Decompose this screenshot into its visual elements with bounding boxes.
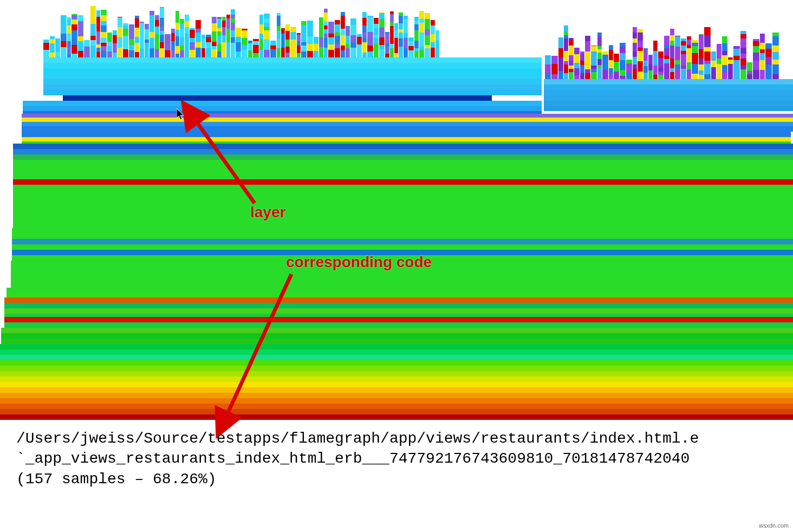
flame-leaf[interactable] [242, 30, 248, 38]
flame-leaf[interactable] [346, 26, 350, 27]
flame-leaf[interactable] [67, 20, 71, 25]
flame-leaf[interactable] [414, 51, 419, 57]
flame-leaf[interactable] [50, 39, 55, 43]
flame-leaf[interactable] [760, 49, 765, 53]
flame-leaf[interactable] [414, 17, 419, 21]
flame-leaf[interactable] [196, 21, 201, 29]
flame-leaf[interactable] [687, 36, 691, 40]
flame-leaf[interactable] [747, 62, 752, 67]
flame-leaf[interactable] [43, 40, 49, 43]
flame-leaf[interactable] [585, 41, 590, 51]
flame-leaf[interactable] [704, 51, 711, 61]
flame-leaf[interactable] [307, 44, 313, 51]
flame-layer[interactable] [43, 79, 542, 85]
flame-leaf[interactable] [664, 63, 670, 69]
flame-leaf[interactable] [101, 51, 107, 57]
flame-leaf[interactable] [155, 34, 159, 39]
flame-leaf[interactable] [431, 34, 435, 42]
flame-leaf[interactable] [597, 68, 602, 73]
flame-leaf[interactable] [362, 53, 367, 57]
flame-leaf[interactable] [135, 52, 139, 57]
flame-leaf[interactable] [176, 23, 179, 30]
flame-leaf[interactable] [564, 35, 568, 38]
flame-leaf[interactable] [638, 48, 643, 51]
flame-leaf[interactable] [248, 54, 252, 57]
flame-leaf[interactable] [740, 31, 746, 34]
flame-leaf[interactable] [190, 30, 195, 38]
flame-leaf[interactable] [435, 49, 439, 57]
flame-leaf[interactable] [341, 35, 345, 40]
flame-leaf[interactable] [551, 64, 558, 74]
flame-leaf[interactable] [259, 40, 263, 50]
flame-leaf[interactable] [145, 43, 149, 52]
flame-leaf[interactable] [341, 16, 345, 19]
flame-leaf[interactable] [259, 50, 263, 57]
flame-leaf[interactable] [307, 51, 313, 57]
flame-leaf[interactable] [374, 38, 379, 44]
flame-layer[interactable] [13, 154, 793, 160]
flame-leaf[interactable] [399, 29, 403, 33]
flame-leaf[interactable] [558, 64, 563, 71]
flame-leaf[interactable] [264, 50, 270, 57]
flame-leaf[interactable] [379, 45, 385, 49]
flame-leaf[interactable] [753, 61, 759, 70]
flame-leaf[interactable] [765, 57, 772, 64]
flame-leaf[interactable] [290, 28, 296, 32]
flame-leaf[interactable] [722, 51, 727, 55]
flame-leaf[interactable] [435, 30, 439, 41]
flame-leaf[interactable] [96, 31, 100, 35]
flame-leaf[interactable] [753, 39, 759, 41]
flame-leaf[interactable] [357, 49, 362, 57]
flame-leaf[interactable] [558, 57, 563, 64]
flame-leaf[interactable] [277, 48, 281, 57]
flame-layer[interactable] [13, 206, 793, 212]
flame-leaf[interactable] [740, 38, 746, 48]
flame-leaf[interactable] [675, 36, 680, 36]
flame-leaf[interactable] [644, 73, 648, 79]
flame-leaf[interactable] [614, 54, 619, 58]
flame-leaf[interactable] [658, 75, 664, 79]
flame-leaf[interactable] [101, 46, 107, 51]
flame-layer[interactable] [22, 122, 793, 126]
flame-leaf[interactable] [772, 36, 779, 46]
flame-leaf[interactable] [226, 48, 230, 53]
flame-leaf[interactable] [644, 50, 648, 61]
flame-leaf[interactable] [217, 36, 222, 44]
flame-leaf[interactable] [324, 48, 328, 51]
flame-leaf[interactable] [248, 50, 252, 54]
flame-leaf[interactable] [180, 23, 184, 29]
flame-leaf[interactable] [644, 66, 648, 73]
flame-leaf[interactable] [180, 29, 184, 37]
flame-leaf[interactable] [319, 17, 323, 23]
flame-leaf[interactable] [753, 70, 759, 79]
flame-leaf[interactable] [324, 29, 328, 34]
flame-leaf[interactable] [123, 40, 128, 49]
flame-layer[interactable] [13, 212, 793, 217]
flame-leaf[interactable] [591, 46, 597, 46]
flame-layer[interactable] [12, 233, 793, 239]
flame-leaf[interactable] [394, 23, 398, 24]
flame-leaf[interactable] [150, 48, 154, 57]
flame-leaf[interactable] [248, 43, 252, 50]
flame-leaf[interactable] [341, 29, 345, 35]
flame-leaf[interactable] [129, 50, 134, 57]
flame-leaf[interactable] [217, 44, 222, 51]
flame-leaf[interactable] [385, 47, 389, 54]
flame-leaf[interactable] [150, 32, 154, 38]
flame-leaf[interactable] [740, 48, 746, 54]
flame-leaf[interactable] [390, 26, 394, 34]
flame-leaf[interactable] [335, 32, 340, 36]
flame-leaf[interactable] [414, 30, 419, 41]
flame-leaf[interactable] [231, 15, 235, 18]
flame-leaf[interactable] [129, 39, 134, 45]
flame-leaf[interactable] [259, 15, 263, 24]
flame-leaf[interactable] [760, 63, 765, 70]
flame-leaf[interactable] [145, 24, 149, 29]
flame-leaf[interactable] [96, 35, 100, 44]
flame-leaf[interactable] [78, 47, 83, 51]
flame-layer[interactable] [22, 114, 793, 118]
flame-leaf[interactable] [585, 59, 590, 69]
flame-leaf[interactable] [123, 49, 128, 57]
flame-leaf[interactable] [253, 53, 259, 57]
flame-leaf[interactable] [765, 70, 772, 79]
